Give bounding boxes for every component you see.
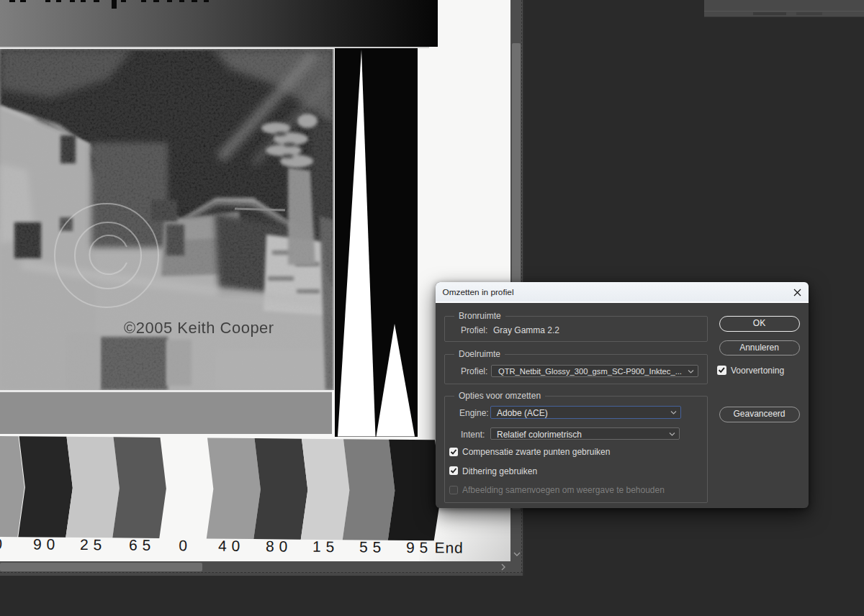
svg-text:65: 65 xyxy=(129,537,156,553)
svg-text:©2005 Keith Cooper: ©2005 Keith Cooper xyxy=(124,319,274,337)
svg-text:0: 0 xyxy=(0,535,7,552)
svg-text:25: 25 xyxy=(80,536,107,553)
svg-text:90: 90 xyxy=(33,535,60,552)
svg-text:15: 15 xyxy=(312,538,340,555)
svg-text:95: 95 xyxy=(406,539,433,556)
svg-text:80: 80 xyxy=(266,538,293,554)
svg-text:55: 55 xyxy=(359,538,387,555)
svg-text:40: 40 xyxy=(218,538,246,554)
svg-text:0: 0 xyxy=(179,537,192,553)
svg-text:End: End xyxy=(434,539,464,556)
